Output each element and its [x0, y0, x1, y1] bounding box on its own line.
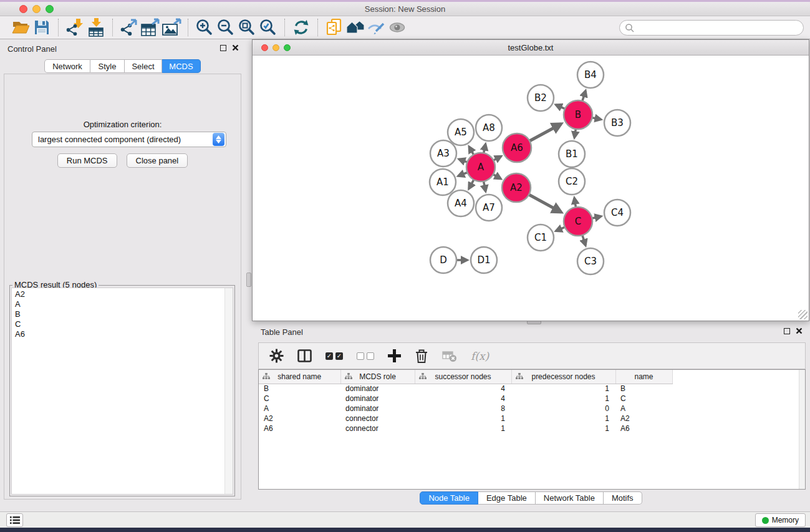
mcds-result-item[interactable]: A2	[15, 289, 233, 299]
svg-text:A8: A8	[483, 122, 495, 133]
vertical-splitter-handle[interactable]	[246, 273, 251, 287]
graph-node-A7[interactable]: A7	[476, 195, 502, 221]
import-network-icon[interactable]	[64, 18, 85, 37]
table-row[interactable]: Adominator80A	[259, 404, 672, 414]
mcds-result-groupbox: MCDS result (5 nodes) A2ABCA6	[9, 285, 235, 496]
tab-node-table[interactable]: Node Table	[420, 491, 478, 505]
search-icon	[625, 23, 635, 33]
graph-node-B3[interactable]: B3	[604, 110, 630, 136]
graph-node-C2[interactable]: C2	[559, 168, 585, 195]
svg-text:C2: C2	[566, 176, 578, 187]
hide-panels-eye-icon[interactable]	[366, 18, 387, 37]
float-table-panel-icon[interactable]	[784, 328, 790, 334]
zoom-fit-icon[interactable]	[236, 18, 258, 37]
table-cell: A6	[615, 423, 672, 433]
toolbar-separator	[112, 19, 113, 36]
select-stepper-icon	[213, 133, 224, 146]
export-table-icon[interactable]	[140, 18, 161, 37]
float-panel-icon[interactable]	[220, 45, 226, 51]
table-row[interactable]: A2connector11A2	[259, 414, 672, 423]
graph-node-B[interactable]: B	[564, 100, 592, 129]
tab-style[interactable]: Style	[90, 59, 125, 73]
duplicate-network-icon[interactable]	[324, 18, 345, 37]
delete-column-trash-icon[interactable]	[415, 349, 428, 364]
add-column-plus-icon[interactable]	[388, 349, 401, 362]
graph-node-B1[interactable]: B1	[559, 141, 585, 167]
graph-node-A2[interactable]: A2	[502, 173, 531, 202]
refresh-icon[interactable]	[291, 18, 312, 37]
table-cell: A2	[615, 414, 672, 423]
graph-node-A[interactable]: A	[466, 153, 495, 181]
select-all-checkboxes-icon[interactable]: ✓✓	[325, 352, 343, 360]
graph-node-A6[interactable]: A6	[503, 133, 531, 162]
search-input[interactable]	[635, 22, 803, 34]
graph-node-C3[interactable]: C3	[577, 248, 604, 274]
table-cell: C	[259, 394, 340, 404]
app-titlebar: Session: New Session	[0, 2, 810, 16]
table-cell: dominator	[340, 404, 415, 414]
graph-node-A3[interactable]: A3	[430, 140, 456, 167]
graph-node-C[interactable]: C	[564, 207, 592, 236]
column-header-predecessor-nodes[interactable]: predecessor nodes	[511, 370, 615, 384]
table-row[interactable]: Cdominator41C	[259, 394, 672, 404]
mcds-result-list: A2ABCA6	[11, 288, 233, 495]
control-panel-title: Control Panel	[7, 44, 57, 54]
table-scrollbar[interactable]	[799, 370, 805, 489]
column-header-mcds-role[interactable]: MCDS role	[340, 370, 415, 384]
graph-node-A5[interactable]: A5	[448, 119, 474, 145]
tab-edge-table[interactable]: Edge Table	[478, 491, 536, 505]
graph-node-D1[interactable]: D1	[471, 247, 497, 273]
tab-network-table[interactable]: Network Table	[536, 491, 604, 505]
svg-text:B3: B3	[611, 117, 624, 128]
graph-node-D[interactable]: D	[430, 247, 456, 273]
zoom-in-icon[interactable]	[194, 18, 215, 37]
mcds-list-scrollbar[interactable]	[224, 288, 233, 494]
network-view-window: testGlobe.txt B4B2BB3A5A8A6B1A3AA1C2A2A4…	[252, 39, 809, 321]
graph-node-C1[interactable]: C1	[528, 225, 554, 251]
tab-select[interactable]: Select	[125, 59, 162, 73]
toolbar-separator	[188, 19, 188, 36]
table-row[interactable]: A6connector11A6	[259, 423, 672, 433]
tab-mcds[interactable]: MCDS	[162, 59, 201, 73]
mcds-result-item[interactable]: A6	[15, 329, 233, 339]
network-canvas[interactable]: B4B2BB3A5A8A6B1A3AA1C2A2A4A7CC4C1C3DD1	[253, 56, 808, 320]
table-settings-gear-icon[interactable]	[269, 349, 284, 363]
column-header-successor-nodes[interactable]: successor nodes	[415, 370, 511, 384]
graph-node-A4[interactable]: A4	[448, 190, 474, 216]
task-history-list-icon[interactable]	[6, 513, 23, 527]
export-image-icon[interactable]	[161, 18, 182, 37]
window-resize-grip[interactable]	[798, 310, 808, 319]
graph-node-B4[interactable]: B4	[577, 62, 604, 88]
close-panel-icon[interactable]	[232, 44, 239, 51]
open-session-icon[interactable]	[10, 18, 31, 37]
zoom-selected-icon[interactable]	[258, 18, 279, 37]
mcds-result-item[interactable]: C	[15, 319, 233, 329]
tab-motifs[interactable]: Motifs	[604, 491, 642, 505]
mcds-result-item[interactable]: B	[15, 309, 233, 319]
memory-button[interactable]: Memory	[755, 513, 806, 527]
show-columns-icon[interactable]	[297, 349, 312, 362]
toolbar-separator	[284, 19, 285, 36]
optimization-criterion-select[interactable]: largest connected component (directed)	[32, 132, 226, 147]
graph-node-A1[interactable]: A1	[430, 169, 456, 195]
run-mcds-button[interactable]: Run MCDS	[57, 153, 117, 168]
show-eye-icon[interactable]	[387, 18, 408, 37]
export-network-icon[interactable]	[118, 18, 140, 37]
zoom-out-icon[interactable]	[215, 18, 236, 37]
deselect-all-checkboxes-icon[interactable]	[357, 352, 374, 360]
graph-node-B2[interactable]: B2	[528, 85, 554, 111]
column-header-shared-name[interactable]: shared name	[259, 370, 340, 384]
tab-network[interactable]: Network	[44, 59, 90, 73]
search-field[interactable]	[619, 20, 804, 36]
graph-node-A8[interactable]: A8	[476, 115, 502, 141]
mcds-result-item[interactable]: A	[15, 299, 233, 309]
graph-node-C4[interactable]: C4	[604, 200, 630, 226]
close-table-panel-icon[interactable]	[796, 327, 803, 334]
table-row[interactable]: Bdominator41B	[259, 384, 672, 394]
column-header-name[interactable]: name	[615, 370, 672, 384]
svg-text:A1: A1	[436, 177, 449, 188]
network-overview-houses-icon[interactable]	[345, 18, 366, 37]
close-panel-button[interactable]: Close panel	[127, 153, 188, 168]
import-table-icon[interactable]	[85, 18, 107, 37]
save-session-icon[interactable]	[31, 18, 52, 37]
